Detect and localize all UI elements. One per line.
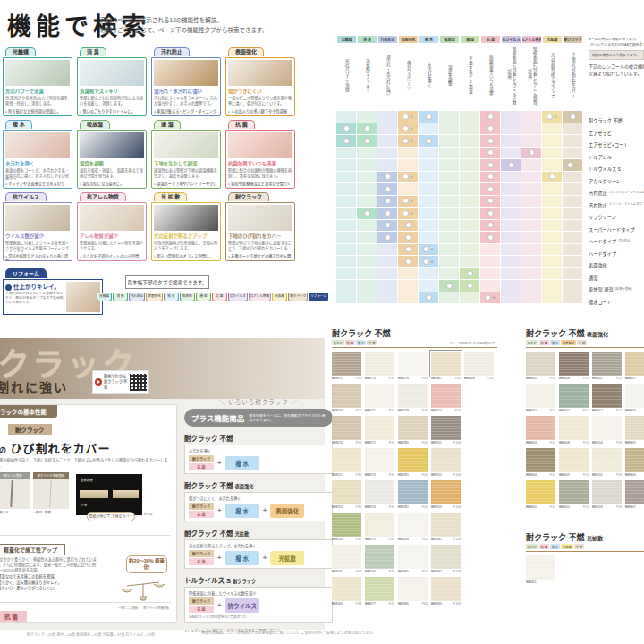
matrix-intro-line1: 下記のシンコールの複合機能商品を [589, 63, 644, 70]
swatch-color [332, 352, 361, 376]
matrix-circle-mark [402, 210, 409, 216]
weight-reduction-bubble: 約20〜30% 軽量化! [126, 555, 167, 573]
matrix-column-header: 抗ウイルス壁紙表面に付着したウイルス数が減少 [501, 36, 521, 108]
matrix-cell [419, 111, 438, 123]
function-card-photo [154, 205, 218, 231]
matrix-cell [336, 268, 356, 280]
matrix-cell: ※ [398, 123, 418, 135]
matrix-row-label: スーパーハードタイプ [589, 224, 644, 236]
matrix-circle-mark [529, 149, 535, 156]
function-card: 汚れ防止油汚れ・水汚れに強い汚れ防止フィルムをラミネート。汚れが落ちやすく、お手… [151, 41, 221, 110]
swatch-grid-note: グレーで囲まれたものは柄配合です [449, 341, 497, 345]
matrix-circle-mark [570, 114, 576, 120]
swatch-color [398, 513, 428, 537]
matrix-cell [419, 172, 438, 183]
matrix-cell [563, 220, 582, 232]
matrix-cell [521, 111, 541, 123]
matrix-cell [419, 292, 438, 304]
swatch-page: P.33 [616, 441, 622, 445]
matrix-row-label: 耐クラック 不燃 [589, 114, 644, 127]
swatch-code: BB8008 [559, 441, 570, 445]
swatch-color [526, 384, 555, 408]
swatch-label: BB8273P.45 [365, 473, 394, 477]
swatch-page: P.45 [422, 505, 428, 509]
swatch: BB9583P.108 [431, 577, 461, 606]
swatch-color [398, 416, 428, 440]
matrix-column-desc: 水汚れを弾く [427, 46, 432, 105]
swatch: BB8155P.33 [592, 448, 622, 477]
matrix-cell [419, 232, 438, 243]
matrix-circle-mark [547, 114, 553, 120]
swatch-grid-badges: 防かび抗 菌撥 水表面強化不 燃 [526, 340, 644, 345]
function-card-photo [154, 60, 218, 86]
swatch-label: BB8153P.32 [332, 538, 361, 541]
basic-performance-panel: 耐クラックの基本性能 耐クラック 下地の ひび割れをカバー 壁紙の伸縮性が向上。… [0, 404, 177, 623]
swatch-page: P.62 [422, 538, 428, 541]
swatch-code: BB8153 [332, 538, 343, 541]
plus-function-chip: 撥 水 [225, 551, 259, 565]
matrix-cell [398, 183, 418, 195]
matrix-column-header: 抗アレル物質壁紙表面に付着したアレル物質が減少 [521, 36, 542, 108]
matrix-row-label: 汚れ防止スパンクロス・フィルムタイプ [589, 187, 644, 199]
matrix-column-chip: 光触媒 [337, 36, 356, 43]
swatch-color [431, 545, 461, 569]
swatch-code: BB8011 [592, 377, 603, 380]
matrix-column-chip: 抗 菌 [481, 36, 500, 43]
video-play-icon [95, 378, 102, 386]
swatch-empty [464, 384, 494, 412]
swatch-color [592, 352, 622, 376]
matrix-circle-mark [487, 198, 494, 204]
matrix-circle-mark [467, 270, 473, 276]
function-card-subtitle: 油汚れ・水汚れに強い [154, 88, 218, 95]
matrix-cell [501, 208, 521, 219]
matrix-cell [480, 232, 500, 243]
swatch-color [625, 352, 644, 376]
swatch-color [365, 416, 394, 440]
function-mini-tab: 抗 菌 [212, 293, 227, 301]
swatch: BB8279P.45 [398, 384, 428, 412]
matrix-cell [563, 196, 582, 208]
swatch-label: BB8010P.12 [559, 505, 589, 509]
matrix-row-label: トルアレル [589, 151, 644, 164]
swatch-color [365, 513, 394, 537]
swatch-label: BB8305 [625, 441, 644, 445]
matrix-cell: ※ [419, 256, 438, 267]
matrix-row-name: ハードタイプ [589, 250, 616, 257]
function-card-desc: 壁紙が伸びて下地の動きに追従することで、下地のひび割れをカバーします。 [228, 241, 292, 252]
plus-products-column: ＼ いろいろ耐クラック ／ プラス機能商品 基本性能をベースに、他の機能がプラス… [184, 397, 333, 633]
matrix-asterisk: ※ [410, 126, 412, 131]
swatch-empty [464, 480, 494, 509]
plus-section: トルウイルス S 耐クラック壁紙表面に付着したウイルスの数を減少耐クラック抗 菌… [184, 575, 333, 623]
swatch-page: P.32 [356, 473, 361, 477]
swatch-code: BB8279 [398, 409, 409, 412]
bullet-icon: ● [80, 255, 81, 258]
matrix-cell [563, 172, 582, 183]
matrix-notes: ※一部の商品に機能があります。 ○がついているものはSIAA登録商品です。 機能… [589, 38, 644, 77]
swatch-code: BB8154 [592, 441, 603, 445]
matrix-cell [377, 135, 397, 147]
swatch-label: BB8279P.45 [398, 409, 428, 412]
matrix-circle-mark [364, 210, 370, 216]
swatch-label: BB8277P.45 [365, 602, 394, 606]
matrix-cell [419, 196, 438, 208]
swatch: BB8514P.76 [431, 384, 461, 412]
swatch-page: P.34 [356, 570, 361, 573]
matrix-cell [480, 148, 500, 159]
matrix-cell [460, 232, 479, 243]
matrix-cell [377, 208, 397, 219]
function-card: 通 湿下地を生かして調湿通湿性のある壁紙が下地の調湿機能を生かし、湿度を調整しま… [151, 114, 221, 182]
matrix-row-label: 汚れ防止エバール・フィルムタイプ [589, 199, 644, 212]
swatch-page: P.45 [389, 602, 394, 606]
swatch: BB8170P.34 [365, 352, 394, 380]
swatch-color [526, 555, 555, 580]
antibacterial-badge: 抗 菌 [0, 611, 27, 622]
swatch-color [365, 384, 394, 408]
matrix-cell [439, 220, 459, 232]
swatch-page: P.33 [616, 473, 622, 477]
swatch-page: P.62 [422, 602, 428, 606]
matrix-cell [398, 159, 418, 171]
matrix-row-labels: 耐クラック 不燃エアセラピエアセラピ+コートトルアレルトルウイルス Sアカルクリ… [589, 114, 644, 308]
matrix-cell [336, 256, 356, 267]
matrix-cell [563, 232, 582, 243]
bullet-icon: ● [5, 255, 7, 258]
